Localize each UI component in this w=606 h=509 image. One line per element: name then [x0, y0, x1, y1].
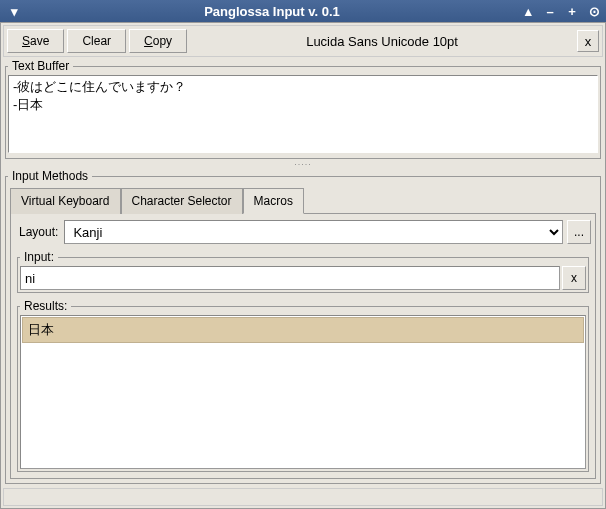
tab-body-macros: Layout: Kanji ... Input: x Results: [10, 214, 596, 479]
layout-row: Layout: Kanji ... [15, 218, 591, 246]
results-legend: Results: [20, 299, 71, 313]
layout-select[interactable]: Kanji [64, 220, 563, 244]
menu-icon[interactable]: ▾ [6, 3, 22, 19]
input-clear-button[interactable]: x [562, 266, 586, 290]
save-button[interactable]: Save [7, 29, 64, 53]
tab-virtual-keyboard[interactable]: Virtual Keyboard [10, 188, 121, 214]
layout-label: Layout: [15, 225, 62, 239]
toolbar-close-button[interactable]: x [577, 30, 599, 52]
tabs-bar: Virtual Keyboard Character Selector Macr… [10, 187, 596, 214]
maximize-icon[interactable]: + [564, 3, 580, 19]
window-titlebar: ▾ Panglossa Input v. 0.1 ▴ – + ⊙ [0, 0, 606, 22]
text-buffer-textarea[interactable] [8, 75, 598, 153]
toolbar: Save Clear Copy Lucida Sans Unicode 10pt… [3, 25, 603, 57]
input-legend: Input: [20, 250, 58, 264]
input-field[interactable] [20, 266, 560, 290]
clear-button[interactable]: Clear [67, 29, 126, 53]
minimize-icon[interactable]: – [542, 3, 558, 19]
results-fieldset: Results: 日本 [17, 299, 589, 472]
status-bar [3, 488, 603, 506]
text-buffer-legend: Text Buffer [8, 59, 73, 73]
text-buffer-fieldset: Text Buffer [5, 59, 601, 159]
result-item[interactable]: 日本 [22, 317, 584, 343]
font-label: Lucida Sans Unicode 10pt [190, 34, 574, 49]
tab-character-selector[interactable]: Character Selector [121, 188, 243, 214]
window-body: Save Clear Copy Lucida Sans Unicode 10pt… [0, 22, 606, 509]
layout-browse-button[interactable]: ... [567, 220, 591, 244]
input-fieldset: Input: x [17, 250, 589, 293]
input-methods-legend: Input Methods [8, 169, 92, 183]
results-list: 日本 [20, 315, 586, 469]
splitter-dots-icon: ····· [294, 159, 312, 169]
tab-macros[interactable]: Macros [243, 188, 304, 214]
window-title: Panglossa Input v. 0.1 [24, 4, 520, 19]
input-methods-fieldset: Input Methods Virtual Keyboard Character… [5, 169, 601, 484]
close-icon[interactable]: ⊙ [586, 3, 602, 19]
splitter-handle[interactable]: ····· [3, 161, 603, 167]
copy-button[interactable]: Copy [129, 29, 187, 53]
rollup-icon[interactable]: ▴ [520, 3, 536, 19]
